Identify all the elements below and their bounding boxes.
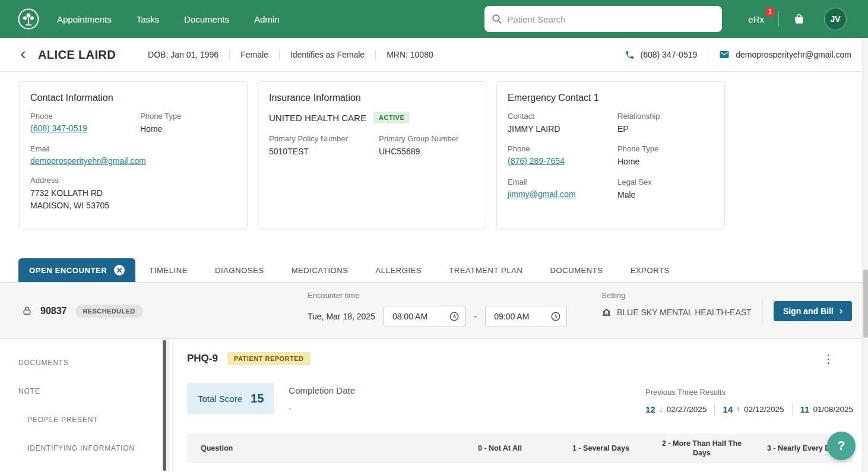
setting-label: Setting <box>601 291 752 300</box>
sign-and-bill-button[interactable]: Sign and Bill › <box>774 301 852 321</box>
previous-result: 11 01/08/2025 <box>800 404 853 414</box>
phq9-table-header: Question 0 - Not At All 1 - Several Days… <box>187 433 853 463</box>
search-input[interactable] <box>507 14 715 24</box>
column-not-at-all: 0 - Not At All <box>449 444 550 453</box>
previous-result: 12 ↓ 02/27/2025 <box>645 404 707 414</box>
sidebar-item-note[interactable]: NOTE <box>0 377 172 406</box>
patient-demographics: DOB: Jan 01, 1996 Female Identifies as F… <box>137 50 444 59</box>
email-link[interactable]: jimmy@gmail.com <box>508 189 576 199</box>
nav-appointments[interactable]: Appointments <box>57 14 112 24</box>
total-score-label: Total Score <box>198 394 242 404</box>
search-icon <box>492 14 502 24</box>
tab-exports[interactable]: EXPORTS <box>617 258 683 282</box>
tab-medications[interactable]: MEDICATIONS <box>278 258 362 282</box>
bag-icon[interactable] <box>793 13 805 25</box>
insurance-information-card: Insurance Information UNITED HEALTH CARE… <box>258 81 486 229</box>
app-logo-icon[interactable] <box>17 7 40 31</box>
field-phone-type: Phone Type Home <box>140 112 236 135</box>
tab-treatment-plan[interactable]: TREATMENT PLAN <box>435 258 536 282</box>
phone-link[interactable]: (876) 289-7654 <box>508 156 565 166</box>
nav-divider <box>778 11 779 27</box>
kebab-menu-icon[interactable]: ⋮ <box>823 353 834 365</box>
tab-allergies[interactable]: ALLERGIES <box>362 258 436 282</box>
result-divider <box>714 403 715 415</box>
patient-sex: Female <box>230 50 280 59</box>
email-link[interactable]: demoprosperityehr@gmail.com <box>30 156 146 166</box>
patient-contact-summary: (608) 347-0519 demoprosperityehr@gmail.c… <box>625 48 851 61</box>
info-cards: Contact Information Phone (608) 347-0519… <box>0 72 868 258</box>
page-scrollbar-track[interactable] <box>862 38 868 472</box>
patient-gender-identity: Identifies as Female <box>280 50 376 59</box>
encounter-code: 90837 <box>40 306 67 316</box>
completion-date-group: Completion Date - <box>289 383 355 413</box>
tab-diagnoses[interactable]: DIAGNOSES <box>201 258 278 282</box>
phone-link[interactable]: (608) 347-0519 <box>30 123 87 133</box>
encounter-setting: BLUE SKY MENTAL HEALTH-EAST <box>617 308 752 317</box>
field-phone: Phone (876) 289-7654 <box>508 144 617 167</box>
erx-button[interactable]: eRx 1 <box>748 14 764 24</box>
encounter-setting-group: Setting BLUE SKY MENTAL HEALTH-EAST <box>601 291 752 317</box>
field-policy-number: Primary Policy Number 5010TEST <box>269 134 379 157</box>
encounter-bar: 90837 RESCHEDULED Encounter time Tue, Ma… <box>0 283 868 339</box>
mail-icon <box>719 49 730 60</box>
field-relationship: Relationship EP <box>617 112 714 135</box>
tab-timeline[interactable]: TIMELINE <box>135 258 201 282</box>
note-sidebar: DOCUMENTS NOTE PEOPLE PRESENT IDENTIFYIN… <box>0 339 172 472</box>
previous-results-group: Previous Three Results 12 ↓ 02/27/2025 1… <box>645 383 853 415</box>
sidebar-scrollbar-track[interactable] <box>164 339 170 472</box>
nav-admin[interactable]: Admin <box>254 14 280 24</box>
top-navbar: Appointments Tasks Documents Admin eRx 1… <box>0 0 868 38</box>
card-title: Contact Information <box>30 93 236 103</box>
sidebar-item-documents[interactable]: DOCUMENTS <box>0 349 172 377</box>
nav-documents[interactable]: Documents <box>184 14 229 24</box>
insurance-status-badge: ACTIVE <box>373 112 410 123</box>
completion-date-value: - <box>289 404 355 413</box>
encounter-date[interactable]: Tue, Mar 18, 2025 <box>308 312 375 321</box>
patient-dob: DOB: Jan 01, 1996 <box>137 50 230 59</box>
column-more-than-half: 2 - More Than Half The Days <box>651 439 752 458</box>
patient-email: demoprosperityehr@gmail.com <box>736 50 851 59</box>
start-time-input[interactable] <box>384 306 465 327</box>
trend-up-icon: ↑ <box>736 404 740 414</box>
user-avatar[interactable]: JV <box>824 8 847 30</box>
erx-count-badge: 1 <box>765 7 775 17</box>
nav-tasks[interactable]: Tasks <box>137 14 159 24</box>
tab-documents[interactable]: DOCUMENTS <box>536 258 616 282</box>
column-several-days: 1 - Several Days <box>550 444 651 453</box>
column-question: Question <box>187 444 449 452</box>
patient-search[interactable] <box>484 6 722 32</box>
chevron-right-icon: › <box>840 306 842 316</box>
card-title: Insurance Information <box>269 93 475 103</box>
main-nav: Appointments Tasks Documents Admin <box>57 14 279 24</box>
help-button[interactable]: ? <box>827 432 856 460</box>
completion-date-label: Completion Date <box>289 385 355 395</box>
sidebar-item-identifying-information[interactable]: IDENTIFYING INFORMATION <box>0 434 172 463</box>
patient-mrn: MRN: 10080 <box>376 50 444 59</box>
clock-icon <box>449 311 460 322</box>
close-icon[interactable]: ✕ <box>114 265 125 275</box>
field-email: Email demoprosperityehr@gmail.com <box>30 144 236 166</box>
phq9-panel: PHQ-9 PATIENT REPORTED ⋮ Total Score 15 … <box>172 339 868 472</box>
encounter-time-group: Encounter time Tue, Mar 18, 2025 - <box>308 291 567 327</box>
insurance-carrier: UNITED HEALTH CARE <box>269 113 366 123</box>
trend-down-icon: ↓ <box>659 404 663 414</box>
result-divider <box>792 403 793 415</box>
tab-open-encounter[interactable]: OPEN ENCOUNTER ✕ <box>18 258 135 282</box>
lock-icon <box>22 306 32 316</box>
end-time-input[interactable] <box>485 306 567 327</box>
patient-name: ALICE LAIRD <box>38 48 116 62</box>
field-email: Email jimmy@gmail.com <box>508 178 617 201</box>
sidebar-scrollbar-thumb[interactable] <box>163 340 166 471</box>
building-icon <box>601 307 612 317</box>
sidebar-item-people-present[interactable]: PEOPLE PRESENT <box>0 406 172 434</box>
encounter-divider <box>762 299 762 323</box>
clock-icon <box>550 311 561 322</box>
encounter-status-badge: RESCHEDULED <box>75 305 143 318</box>
field-legal-sex: Legal Sex Male <box>617 178 714 201</box>
time-range-separator: - <box>474 311 477 322</box>
page-scrollbar-thumb[interactable] <box>863 270 868 338</box>
patient-header: ‹ ALICE LAIRD DOB: Jan 01, 1996 Female I… <box>0 38 868 72</box>
back-chevron-icon[interactable]: ‹ <box>20 45 26 62</box>
patient-reported-badge: PATIENT REPORTED <box>227 352 311 365</box>
field-group-number: Primary Group Number UHC55689 <box>379 134 475 157</box>
